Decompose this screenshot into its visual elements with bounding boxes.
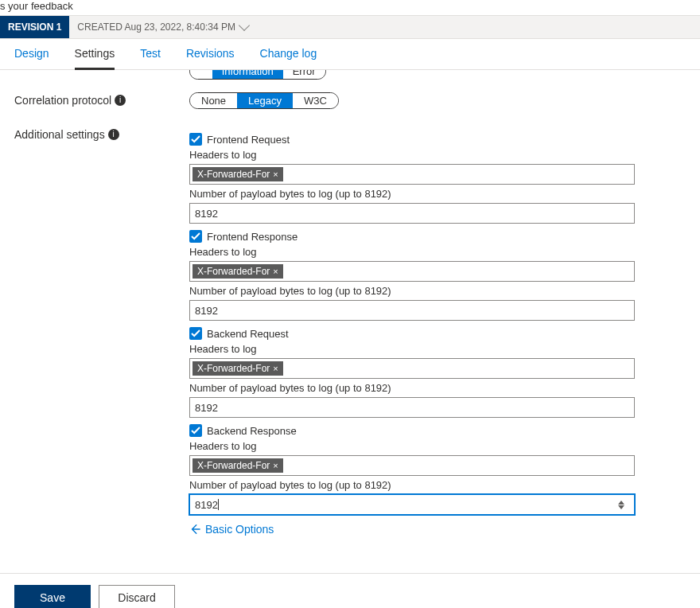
basic-options-link[interactable]: Basic Options xyxy=(189,523,274,536)
bytes-label: Number of payload bytes to log (up to 81… xyxy=(189,479,635,491)
remove-tag-icon[interactable]: × xyxy=(273,170,278,179)
tab-bar: Design Settings Test Revisions Change lo… xyxy=(0,39,700,70)
feedback-text: s your feedback xyxy=(0,0,700,15)
info-icon[interactable]: i xyxy=(115,95,126,106)
save-button[interactable]: Save xyxy=(14,585,91,608)
section-title: Backend Request xyxy=(207,328,289,340)
headers-input[interactable]: X-Forwarded-For× xyxy=(189,164,635,185)
bytes-input[interactable]: 8192 xyxy=(189,494,635,515)
revision-meta[interactable]: CREATED Aug 23, 2022, 8:40:34 PM xyxy=(69,16,256,38)
header-tag: X-Forwarded-For× xyxy=(192,264,283,279)
bytes-input[interactable]: 8192 xyxy=(189,203,635,224)
revision-bar: REVISION 1 CREATED Aug 23, 2022, 8:40:34… xyxy=(0,15,700,39)
bytes-value: 8192 xyxy=(195,208,218,220)
correlation-segmented[interactable]: None Legacy W3C xyxy=(189,92,339,109)
headers-input[interactable]: X-Forwarded-For× xyxy=(189,455,635,476)
headers-input[interactable]: X-Forwarded-For× xyxy=(189,358,635,379)
remove-tag-icon[interactable]: × xyxy=(273,461,278,470)
revision-meta-text: CREATED Aug 23, 2022, 8:40:34 PM xyxy=(77,21,235,33)
headers-label: Headers to log xyxy=(189,343,635,355)
header-tag-text: X-Forwarded-For xyxy=(197,169,270,180)
additional-settings-label: Additional settings xyxy=(14,128,105,141)
bytes-label: Number of payload bytes to log (up to 81… xyxy=(189,188,635,200)
headers-input[interactable]: X-Forwarded-For× xyxy=(189,261,635,282)
bytes-label: Number of payload bytes to log (up to 81… xyxy=(189,382,635,394)
tab-test[interactable]: Test xyxy=(140,47,161,69)
log-section: Frontend ResponseHeaders to logX-Forward… xyxy=(189,230,635,321)
number-spinner xyxy=(618,501,629,509)
header-tag-text: X-Forwarded-For xyxy=(197,363,270,374)
bytes-input[interactable]: 8192 xyxy=(189,397,635,418)
correlation-none[interactable]: None xyxy=(190,93,237,108)
section-checkbox[interactable] xyxy=(189,327,202,340)
discard-button[interactable]: Discard xyxy=(99,585,175,608)
chevron-down-icon xyxy=(239,20,250,31)
correlation-legacy[interactable]: Legacy xyxy=(237,93,293,108)
tab-design[interactable]: Design xyxy=(14,47,49,69)
remove-tag-icon[interactable]: × xyxy=(273,267,278,276)
section-title: Backend Response xyxy=(207,425,297,437)
row-correlation: Correlation protocol i None Legacy W3C xyxy=(14,92,686,114)
section-checkbox[interactable] xyxy=(189,133,202,146)
correlation-w3c[interactable]: W3C xyxy=(293,93,338,108)
headers-label: Headers to log xyxy=(189,149,635,161)
spinner-up-icon[interactable] xyxy=(618,501,624,505)
footer-actions: Save Discard xyxy=(0,573,700,608)
header-tag-text: X-Forwarded-For xyxy=(197,460,270,471)
remove-tag-icon[interactable]: × xyxy=(273,364,278,373)
arrow-left-icon xyxy=(189,524,200,535)
text-caret xyxy=(218,499,219,510)
section-title: Frontend Response xyxy=(207,231,298,243)
header-tag-text: X-Forwarded-For xyxy=(197,266,270,277)
basic-options-text: Basic Options xyxy=(205,523,274,536)
tab-revisions[interactable]: Revisions xyxy=(186,47,235,69)
verbosity-error[interactable]: Error xyxy=(283,70,325,79)
bytes-value: 8192 xyxy=(195,305,218,317)
verbosity-segmented[interactable]: Information Error xyxy=(189,70,326,80)
section-checkbox[interactable] xyxy=(189,424,202,437)
tab-settings[interactable]: Settings xyxy=(75,47,115,70)
row-additional-settings: Additional settings i Frontend RequestHe… xyxy=(14,127,686,537)
bytes-input[interactable]: 8192 xyxy=(189,300,635,321)
verbosity-left[interactable] xyxy=(190,70,212,79)
section-checkbox[interactable] xyxy=(189,230,202,243)
bytes-label: Number of payload bytes to log (up to 81… xyxy=(189,285,635,297)
header-tag: X-Forwarded-For× xyxy=(192,361,283,376)
log-section: Backend RequestHeaders to logX-Forwarded… xyxy=(189,327,635,418)
header-tag: X-Forwarded-For× xyxy=(192,167,283,181)
revision-badge[interactable]: REVISION 1 xyxy=(0,16,69,38)
correlation-label: Correlation protocol xyxy=(14,94,111,107)
headers-label: Headers to log xyxy=(189,440,635,452)
verbosity-information[interactable]: Information xyxy=(212,70,283,79)
log-section: Frontend RequestHeaders to logX-Forwarde… xyxy=(189,133,635,224)
bytes-value: 8192 xyxy=(195,499,218,511)
header-tag: X-Forwarded-For× xyxy=(192,458,283,473)
section-title: Frontend Request xyxy=(207,134,290,146)
spinner-down-icon[interactable] xyxy=(618,505,624,509)
headers-label: Headers to log xyxy=(189,246,635,258)
log-section: Backend ResponseHeaders to logX-Forwarde… xyxy=(189,424,635,515)
info-icon[interactable]: i xyxy=(108,129,119,140)
tab-changelog[interactable]: Change log xyxy=(260,47,317,69)
settings-content: Information Error Correlation protocol i… xyxy=(0,70,700,573)
bytes-value: 8192 xyxy=(195,402,218,414)
